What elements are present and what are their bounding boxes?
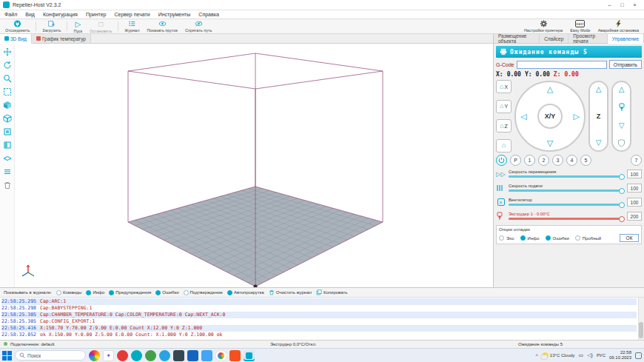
menu-print-server[interactable]: Сервер печати (115, 12, 150, 17)
taskbar-app-icon[interactable] (229, 350, 241, 361)
top-view-button[interactable] (1, 113, 13, 124)
extruder-temp-value[interactable]: 200 (627, 212, 642, 221)
print-volume-scene[interactable] (15, 44, 493, 287)
flow-rate-value[interactable]: 100 (627, 184, 642, 192)
show-filament-button[interactable]: Показать пруток (143, 19, 181, 33)
jog-x-plus-button[interactable]: ▷ (574, 113, 580, 121)
quick-button-7[interactable]: 7 (631, 155, 642, 166)
menu-config[interactable]: Конфигурация (43, 12, 78, 17)
filter-info[interactable]: Инфо (86, 290, 104, 295)
taskbar-app-icon[interactable]: ✦ (103, 350, 114, 361)
taskbar-app-repetier[interactable] (244, 350, 255, 361)
notification-center-icon[interactable] (635, 352, 642, 359)
z-down-button[interactable]: ▽ (596, 139, 602, 147)
menu-printer[interactable]: Принтер (86, 12, 107, 17)
xy-center-button[interactable]: X/Y (537, 104, 563, 129)
language-indicator[interactable]: РУС (597, 353, 606, 358)
gcode-input[interactable] (517, 61, 607, 69)
hide-travel-button[interactable]: Спрятать путь (181, 19, 215, 33)
taskbar-app-icon[interactable] (117, 350, 128, 361)
filter-errors[interactable]: Ошибки (155, 290, 178, 295)
home-z-button[interactable]: ⌂Z (496, 119, 511, 133)
dry-run-toggle[interactable] (575, 235, 580, 241)
quick-button-4[interactable]: 4 (566, 155, 577, 166)
taskbar-app-icon[interactable] (145, 350, 156, 361)
jog-y-plus-button[interactable]: △ (547, 85, 553, 93)
close-button[interactable]: × (628, 0, 641, 10)
delete-object-button[interactable] (1, 179, 13, 190)
home-x-button[interactable]: ⌂X (496, 80, 511, 93)
slider-knob[interactable] (619, 202, 625, 208)
volume-icon[interactable]: ◁) (587, 352, 593, 358)
slider-knob[interactable] (619, 174, 625, 180)
quick-button-1[interactable]: 1 (524, 155, 535, 166)
power-button[interactable] (496, 155, 507, 166)
rotate-view-button[interactable] (1, 59, 13, 70)
network-icon[interactable]: ▭ (579, 352, 584, 358)
tab-slicer[interactable]: Слайсер (540, 34, 568, 43)
zoom-button[interactable] (1, 73, 13, 84)
fan-value[interactable]: 100 (627, 198, 642, 207)
stop-button[interactable]: □ Остановить (86, 19, 115, 33)
minimize-button[interactable]: – (603, 0, 616, 10)
menu-file[interactable]: Файл (4, 12, 17, 17)
log-scrollbar[interactable] (638, 298, 644, 340)
clear-log-button[interactable]: Очистить журнал (269, 289, 312, 295)
taskbar-search[interactable]: Поиск (15, 350, 86, 361)
slider-knob[interactable] (619, 216, 625, 222)
viewport-3d[interactable] (0, 44, 493, 287)
weather-widget[interactable]: 13°C Cloudy (542, 352, 575, 359)
disconnect-button[interactable]: Отсоединить (1, 19, 33, 33)
quick-button-2[interactable]: 2 (538, 155, 549, 166)
menu-tools[interactable]: Инструменты (158, 12, 191, 17)
tab-print-preview[interactable]: Просмотр печати (568, 34, 608, 43)
errors-toggle[interactable] (546, 235, 551, 241)
tab-manual-control[interactable]: Управление (608, 34, 644, 44)
taskbar-app-icon[interactable] (215, 350, 227, 361)
filter-ack[interactable]: Подтверждение (184, 290, 223, 295)
load-button[interactable]: Загрузить (38, 19, 64, 33)
info-toggle[interactable] (520, 235, 526, 241)
filter-warnings[interactable]: Предупреждения (109, 290, 151, 295)
menu-view[interactable]: Вид (25, 12, 35, 17)
jog-y-minus-button[interactable]: ▽ (547, 139, 553, 147)
taskbar-app-icon[interactable] (131, 350, 142, 361)
travel-speed-slider[interactable] (509, 175, 624, 178)
slider-knob[interactable] (619, 188, 625, 194)
isometric-view-button[interactable] (1, 99, 13, 110)
emergency-stop-button[interactable]: Аварийная остановка (594, 19, 643, 33)
fit-view-button[interactable] (1, 86, 13, 97)
jog-x-minus-button[interactable]: ◁ (520, 113, 526, 121)
park-button[interactable]: P (510, 155, 521, 166)
side-view-button[interactable] (1, 139, 13, 150)
echo-toggle[interactable] (499, 235, 504, 241)
travel-speed-value[interactable]: 100 (627, 170, 642, 178)
tab-3d-view[interactable]: 3D Вид (0, 34, 32, 44)
easy-mode-button[interactable]: EASY Easy Mode (566, 19, 594, 33)
taskbar-app-icon[interactable] (173, 350, 184, 361)
retract-button[interactable]: △ (619, 86, 625, 93)
extrude-button[interactable]: ▽ (619, 122, 625, 130)
printer-settings-button[interactable]: Настройки принтера (520, 19, 566, 33)
copy-log-button[interactable]: Копировать (316, 289, 347, 295)
fan-slider[interactable] (509, 204, 624, 206)
quick-button-3[interactable]: 3 (552, 155, 563, 166)
start-button[interactable] (2, 351, 12, 361)
menu-help[interactable]: Справка (198, 12, 218, 17)
home-all-button[interactable]: ⌂ (496, 139, 511, 152)
bed-view-button[interactable] (1, 152, 13, 164)
tab-temperature-graph[interactable]: График температур (32, 34, 91, 43)
start-button[interactable]: ▷ Пуск (70, 19, 86, 33)
taskbar-app-icon[interactable] (187, 350, 198, 361)
tab-object-placement[interactable]: Размещение объекта (494, 34, 540, 43)
taskbar-app-icon[interactable] (89, 350, 100, 361)
layers-button[interactable] (1, 166, 13, 177)
z-up-button[interactable]: △ (596, 86, 602, 93)
tray-expand-chevron[interactable]: ^ (536, 353, 538, 358)
move-view-button[interactable] (1, 46, 13, 57)
maximize-button[interactable]: □ (616, 0, 628, 10)
send-button[interactable]: Отправить (609, 60, 642, 69)
filter-commands[interactable]: Команды (56, 290, 81, 295)
log-toggle-button[interactable]: Журнал (121, 19, 143, 33)
ok-button[interactable]: ОК (620, 234, 639, 242)
